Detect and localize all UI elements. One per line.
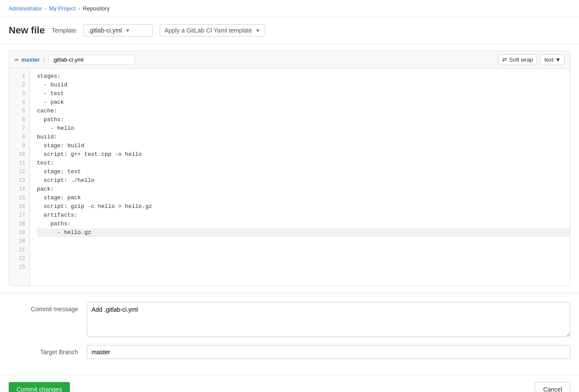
commit-message-textarea[interactable]: Add .gitlab-ci.yml bbox=[87, 302, 570, 337]
line-number: 9 bbox=[9, 142, 30, 150]
line-number: 20 bbox=[9, 237, 30, 246]
page-title: New file bbox=[9, 25, 45, 36]
code-line: cache: bbox=[37, 107, 570, 115]
template-label: Template bbox=[52, 27, 76, 34]
code-line: stage: pack bbox=[37, 194, 570, 202]
line-number: 18 bbox=[9, 220, 30, 228]
code-line: script: ./hello bbox=[37, 176, 570, 185]
line-number: 4 bbox=[9, 98, 30, 107]
code-line: stage: test bbox=[37, 168, 570, 176]
code-line: pack: bbox=[37, 185, 570, 194]
text-mode-dropdown[interactable]: text ▼ bbox=[540, 54, 565, 65]
branch-name: master bbox=[21, 56, 40, 63]
softwrap-icon: ⇄ bbox=[502, 56, 507, 63]
line-number: 2 bbox=[9, 81, 30, 89]
commit-message-row: Commit message Add .gitlab-ci.yml bbox=[9, 302, 570, 338]
line-number: 22 bbox=[9, 254, 30, 263]
branch-info: ⚩ master / bbox=[14, 55, 135, 65]
line-number: 16 bbox=[9, 202, 30, 211]
softwrap-label: Soft wrap bbox=[509, 56, 533, 63]
commit-message-field: Add .gitlab-ci.yml bbox=[87, 302, 570, 338]
softwrap-button[interactable]: ⇄ Soft wrap bbox=[498, 54, 537, 65]
line-number: 1 bbox=[9, 72, 30, 81]
chevron-down-icon-text: ▼ bbox=[555, 56, 561, 63]
code-line: - build bbox=[37, 81, 570, 89]
code-line: build: bbox=[37, 133, 570, 142]
branch-icon: ⚩ bbox=[14, 57, 19, 63]
apply-dropdown-placeholder: Apply a GitLab CI Yaml template bbox=[164, 27, 252, 34]
editor-toolbar: ⚩ master / ⇄ Soft wrap text ▼ bbox=[9, 51, 570, 69]
breadcrumb: Administrator › My Project › Repository bbox=[0, 0, 579, 17]
commit-section: Commit message Add .gitlab-ci.yml Target… bbox=[0, 293, 579, 375]
code-line: artifacts: bbox=[37, 211, 570, 220]
code-line: paths: bbox=[37, 220, 570, 228]
code-line: test: bbox=[37, 159, 570, 168]
branch-input[interactable] bbox=[87, 345, 570, 359]
line-number: 8 bbox=[9, 133, 30, 142]
commit-changes-button[interactable]: Commit changes bbox=[9, 382, 70, 392]
line-number: 14 bbox=[9, 185, 30, 194]
line-number: 23 bbox=[9, 263, 30, 272]
code-line: script: gzip -c hello > hello.gz bbox=[37, 202, 570, 211]
breadcrumb-project[interactable]: My Project bbox=[49, 5, 76, 12]
chevron-down-icon-apply: ▼ bbox=[256, 28, 260, 33]
target-branch-row: Target Branch bbox=[9, 345, 570, 359]
code-line: - hello.gz bbox=[37, 228, 570, 237]
line-number: 15 bbox=[9, 194, 30, 202]
code-line: stages: bbox=[37, 72, 570, 81]
breadcrumb-admin[interactable]: Administrator bbox=[9, 5, 42, 12]
breadcrumb-current: Repository bbox=[83, 5, 110, 12]
code-line: - hello bbox=[37, 124, 570, 133]
line-numbers: 1234567891011121314151617181920212223 bbox=[9, 69, 30, 286]
line-number: 7 bbox=[9, 124, 30, 133]
target-branch-label: Target Branch bbox=[9, 345, 87, 356]
code-line: paths: bbox=[37, 115, 570, 124]
breadcrumb-sep-1: › bbox=[45, 5, 46, 12]
line-number: 21 bbox=[9, 246, 30, 254]
template-dropdown-value: .gitlab-ci.yml bbox=[88, 27, 122, 34]
chevron-down-icon: ▼ bbox=[125, 28, 130, 33]
line-number: 11 bbox=[9, 159, 30, 168]
line-number: 3 bbox=[9, 89, 30, 98]
code-line: - test bbox=[37, 89, 570, 98]
line-number: 5 bbox=[9, 107, 30, 115]
cancel-button[interactable]: Cancel bbox=[535, 382, 570, 392]
code-line: script: g++ test.cpp -o hello bbox=[37, 150, 570, 159]
toolbar-right: ⇄ Soft wrap text ▼ bbox=[498, 54, 565, 65]
template-dropdown[interactable]: .gitlab-ci.yml ▼ bbox=[83, 24, 153, 36]
target-branch-field bbox=[87, 345, 570, 359]
code-content[interactable]: stages: - build - test - packcache: path… bbox=[30, 69, 570, 286]
code-line: stage: build bbox=[37, 142, 570, 150]
line-number: 19 bbox=[9, 228, 30, 237]
code-line: - pack bbox=[37, 98, 570, 107]
line-number: 12 bbox=[9, 168, 30, 176]
editor-container: ⚩ master / ⇄ Soft wrap text ▼ 1234567891… bbox=[9, 51, 570, 286]
text-mode-label: text bbox=[544, 56, 553, 63]
line-number: 17 bbox=[9, 211, 30, 220]
path-separator: / bbox=[43, 56, 45, 63]
apply-template-dropdown[interactable]: Apply a GitLab CI Yaml template ▼ bbox=[160, 24, 265, 36]
breadcrumb-sep-2: › bbox=[78, 5, 80, 12]
actions-row: Commit changes Cancel bbox=[0, 375, 579, 392]
commit-message-label: Commit message bbox=[9, 302, 87, 313]
code-editor[interactable]: 1234567891011121314151617181920212223 st… bbox=[9, 69, 570, 286]
line-number: 6 bbox=[9, 115, 30, 124]
line-number: 13 bbox=[9, 176, 30, 185]
page-header: New file Template .gitlab-ci.yml ▼ Apply… bbox=[0, 17, 579, 44]
filename-input[interactable] bbox=[48, 55, 135, 65]
line-number: 10 bbox=[9, 150, 30, 159]
